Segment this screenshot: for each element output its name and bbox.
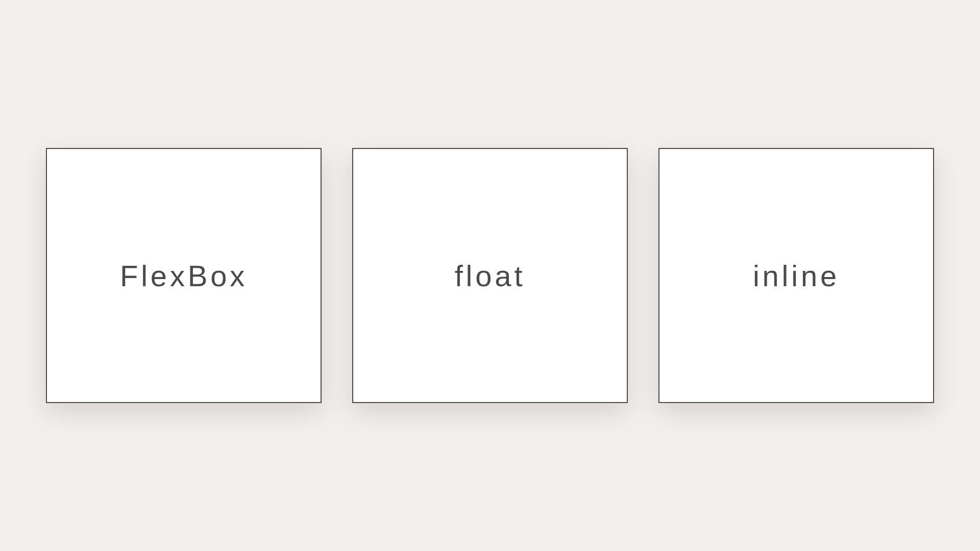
card-row: FlexBox float inline [46,148,934,403]
card-label: float [455,259,526,293]
card-inline: inline [658,148,934,403]
card-label: inline [753,259,840,293]
card-flexbox: FlexBox [46,148,322,403]
card-float: float [352,148,628,403]
card-label: FlexBox [120,259,248,293]
